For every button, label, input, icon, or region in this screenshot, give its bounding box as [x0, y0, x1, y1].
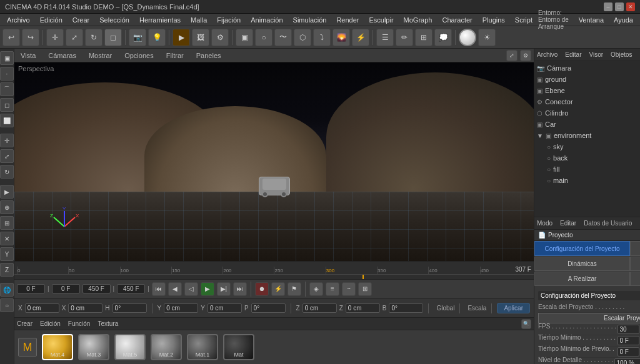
timeline-btn[interactable]: ≡	[326, 282, 339, 296]
select-tool[interactable]: ◻	[104, 29, 122, 46]
env-expand-icon[interactable]: ▼	[537, 132, 543, 139]
current-frame-field[interactable]: 0 F	[17, 284, 45, 293]
menu-simulacion[interactable]: Simulación	[289, 15, 331, 25]
tree-row-cilindro[interactable]: ⬡ Cilindro ⚡	[534, 107, 640, 119]
record-button[interactable]: ⏺	[255, 282, 269, 296]
mat-tab-edicion[interactable]: Edición	[40, 320, 61, 327]
dope-sheet-btn[interactable]: ⊞	[358, 282, 372, 296]
tree-row-car[interactable]: ▣ Car	[534, 119, 640, 130]
left-icon-model[interactable]: ▣	[0, 51, 14, 65]
menu-herramientas[interactable]: Herramientas	[135, 15, 185, 25]
go-end-button[interactable]: ⏭	[233, 282, 247, 296]
menu-ayuda[interactable]: Ayuda	[609, 15, 638, 25]
object-btn[interactable]: ▣	[236, 29, 253, 46]
vp-tab-mostrar[interactable]: Mostrar	[85, 51, 116, 61]
auto-key-button[interactable]: ⚡	[271, 282, 285, 296]
move-tool[interactable]: ✛	[46, 29, 64, 46]
attr-btn-config[interactable]: Configuración del Proyecto	[534, 241, 630, 256]
viewport-canvas[interactable]: X Z Y Perspectiva	[14, 62, 534, 261]
menu-esculpir[interactable]: Esculpir	[364, 15, 398, 25]
tmin-field[interactable]	[618, 336, 639, 345]
apply-button[interactable]: Aplicar	[497, 303, 530, 313]
play-button[interactable]: ▶	[201, 282, 214, 296]
tree-row-ground[interactable]: ▣ ground 🏷	[534, 74, 640, 85]
y2-field[interactable]	[208, 303, 242, 313]
mat-tab-textura[interactable]: Textura	[98, 320, 118, 327]
left-icon-x[interactable]: ✕	[0, 232, 14, 245]
undo-button[interactable]: ↩	[2, 29, 20, 46]
timeline-bar[interactable]	[14, 274, 534, 279]
tminprev-field[interactable]	[618, 347, 639, 357]
dynamics-btn[interactable]: ⚡	[352, 29, 369, 46]
hair-btn[interactable]: ☰	[376, 29, 394, 46]
mat4-swatch[interactable]: Mat.4	[42, 334, 73, 360]
vp-tab-camaras[interactable]: Cámaras	[44, 51, 80, 61]
left-icon-world[interactable]: 🌐	[0, 283, 14, 297]
attr-tab-editar[interactable]: Editar	[560, 220, 576, 227]
x2-field[interactable]	[68, 303, 102, 313]
menu-mograph[interactable]: MoGraph	[399, 15, 437, 25]
left-icon-z[interactable]: Z	[0, 263, 14, 277]
attr-btn-info[interactable]: Información	[630, 241, 640, 256]
mat5-swatch[interactable]: Mat.5	[114, 334, 146, 360]
redo-button[interactable]: ↪	[22, 29, 39, 46]
mat-swatch[interactable]: Mat	[223, 334, 254, 360]
mat-tab-funcion[interactable]: Función	[68, 320, 91, 327]
om-tab-editar[interactable]: Editar	[565, 51, 581, 58]
preview-end-field[interactable]: 450 F	[117, 284, 145, 293]
render-button[interactable]: ▶	[172, 29, 190, 46]
vp-expand-btn[interactable]: ⤢	[506, 50, 518, 61]
tree-row-environment[interactable]: ▼ ▣ environment	[534, 130, 640, 141]
menu-script[interactable]: Script	[511, 15, 537, 25]
nurbs-btn[interactable]: ⬡	[294, 29, 311, 46]
y-field[interactable]	[164, 303, 198, 313]
mat3-swatch[interactable]: Mat.3	[78, 334, 109, 360]
attr-btn-referenciar[interactable]: Referenciar	[630, 257, 640, 271]
spline-btn[interactable]: 〜	[274, 29, 292, 46]
camera-tool[interactable]: 📷	[129, 29, 146, 46]
left-icon-object[interactable]: ○	[0, 298, 14, 312]
vp-tab-filtrar[interactable]: Filtrar	[162, 51, 188, 61]
left-icon-points[interactable]: ·	[0, 67, 14, 81]
key-all-button[interactable]: ⚑	[288, 282, 301, 296]
sketch-btn[interactable]: ✏	[396, 29, 413, 46]
menu-archivo[interactable]: Archivo	[2, 15, 34, 25]
maximize-button[interactable]: □	[615, 2, 624, 11]
menu-edicion[interactable]: Edición	[36, 15, 67, 25]
go-start-button[interactable]: ⏮	[152, 282, 166, 296]
prev-frame-button[interactable]: ◀	[168, 282, 182, 296]
scene-btn[interactable]: 🌄	[332, 29, 350, 46]
thinking-btn[interactable]: 💭	[434, 29, 452, 46]
null-btn[interactable]: ○	[255, 29, 272, 46]
left-icon-y[interactable]: Y	[0, 247, 14, 261]
left-icon-snap[interactable]: ⊕	[0, 200, 14, 214]
end-frame-field[interactable]: 450 F	[82, 284, 111, 293]
menu-plugins[interactable]: Plugins	[478, 15, 509, 25]
light-icon-btn[interactable]: ☀	[478, 29, 496, 46]
tree-row-ebene[interactable]: ▣ Ebene 🏷🏷	[534, 85, 640, 96]
tree-row-fill[interactable]: ○ fill	[534, 164, 640, 175]
scale-tool[interactable]: ⤢	[66, 29, 83, 46]
x-field[interactable]	[25, 303, 59, 313]
left-icon-edges[interactable]: ⌒	[0, 82, 14, 96]
b-field[interactable]	[389, 303, 423, 313]
menu-seleccion[interactable]: Selección	[95, 15, 134, 25]
z2-field[interactable]	[346, 303, 380, 313]
vp-tab-opciones[interactable]: Opciones	[121, 51, 157, 61]
close-button[interactable]: ✕	[626, 2, 635, 11]
left-icon-poly[interactable]: ◻	[0, 98, 14, 112]
p-field[interactable]	[251, 303, 286, 313]
material-preview[interactable]	[459, 29, 476, 46]
tree-row-back[interactable]: ○ back	[534, 152, 640, 164]
mograph-btn[interactable]: ⊞	[415, 29, 432, 46]
menu-animacion[interactable]: Animación	[246, 15, 287, 25]
tree-row-main[interactable]: ○ main	[534, 175, 640, 186]
mat-search-btn[interactable]: 🔍	[521, 319, 531, 329]
render-settings[interactable]: ⚙	[211, 29, 229, 46]
left-icon-move[interactable]: ✛	[0, 134, 14, 147]
light-tool[interactable]: 💡	[148, 29, 166, 46]
menu-render[interactable]: Render	[332, 15, 363, 25]
minimize-button[interactable]: –	[604, 2, 612, 11]
left-icon-scale[interactable]: ⤢	[0, 149, 14, 163]
start-frame-field[interactable]: 0 F	[52, 284, 80, 293]
